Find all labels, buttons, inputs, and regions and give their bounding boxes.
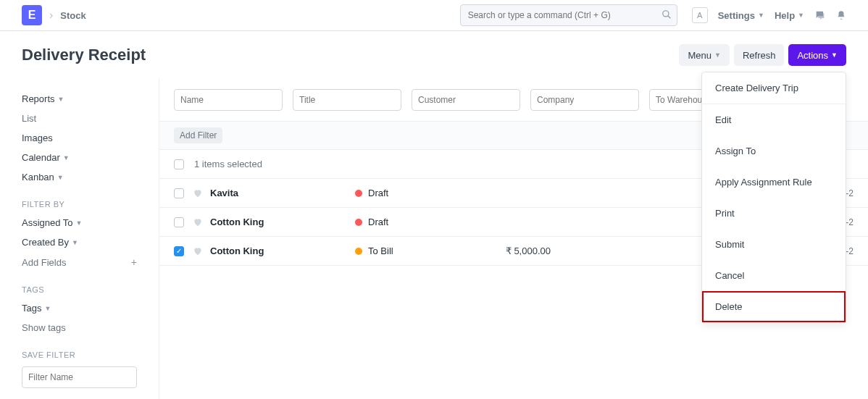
- selection-count: 1 items selected: [194, 159, 262, 169]
- caret-down-icon: ▼: [72, 239, 78, 246]
- actions-dropdown: Create Delivery Trip Edit Assign To Appl…: [701, 72, 846, 323]
- page-title: Delivery Receipt: [22, 46, 146, 64]
- plus-icon: +: [131, 256, 137, 268]
- filter-company[interactable]: [530, 89, 639, 111]
- settings-label: Settings: [718, 10, 755, 21]
- menu-label: Menu: [688, 50, 711, 61]
- refresh-button[interactable]: Refresh: [734, 44, 785, 66]
- action-delete[interactable]: Delete: [702, 291, 846, 322]
- caret-down-icon: ▼: [58, 96, 64, 103]
- sidebar-calendar[interactable]: Calendar▼: [22, 148, 137, 167]
- filter-assigned-to[interactable]: Assigned To▼: [22, 213, 137, 232]
- action-apply-assignment-rule[interactable]: Apply Assignment Rule: [702, 167, 846, 198]
- caret-down-icon: ▼: [57, 174, 64, 181]
- chat-icon[interactable]: [814, 9, 826, 21]
- add-fields[interactable]: Add Fields+: [22, 252, 137, 272]
- sidebar-kanban[interactable]: Kanban▼: [22, 167, 137, 187]
- breadcrumb-module[interactable]: Stock: [60, 10, 85, 21]
- sidebar-list[interactable]: List: [22, 109, 137, 128]
- sidebar-reports[interactable]: Reports▼: [22, 89, 137, 109]
- row-status: Draft: [355, 217, 471, 227]
- row-name: Kavita: [210, 188, 355, 198]
- help-label: Help: [775, 10, 795, 21]
- settings-menu[interactable]: Settings ▼: [718, 10, 764, 21]
- row-checkbox[interactable]: [174, 217, 184, 227]
- filter-name-input[interactable]: [22, 366, 137, 388]
- row-status: To Bill: [355, 245, 471, 256]
- app-logo[interactable]: E: [22, 5, 42, 25]
- sidebar-images[interactable]: Images: [22, 128, 137, 148]
- caret-down-icon: ▼: [758, 12, 764, 19]
- row-checkbox[interactable]: [174, 188, 184, 198]
- action-create-delivery-trip[interactable]: Create Delivery Trip: [702, 72, 846, 104]
- show-tags[interactable]: Show tags: [22, 318, 137, 337]
- tags-heading: TAGS: [22, 285, 137, 294]
- svg-point-0: [662, 11, 668, 17]
- row-name: Cotton King: [210, 245, 355, 256]
- row-status: Draft: [355, 188, 471, 198]
- heart-icon[interactable]: [193, 246, 203, 256]
- caret-down-icon: ▼: [798, 12, 804, 19]
- action-print[interactable]: Print: [702, 198, 846, 229]
- status-dot-icon: [355, 248, 362, 255]
- tags-dropdown[interactable]: Tags▼: [22, 298, 137, 318]
- action-edit[interactable]: Edit: [702, 104, 846, 135]
- row-checkbox[interactable]: ✓: [174, 246, 184, 256]
- save-filter-heading: SAVE FILTER: [22, 350, 137, 359]
- add-filter-button[interactable]: Add Filter: [174, 127, 222, 143]
- filter-title[interactable]: [293, 89, 401, 111]
- action-assign-to[interactable]: Assign To: [702, 135, 846, 167]
- row-amount: ₹ 5,000.00: [471, 245, 551, 256]
- actions-label: Actions: [797, 50, 828, 61]
- svg-line-1: [667, 16, 670, 19]
- bell-icon[interactable]: [836, 10, 846, 20]
- caret-down-icon: ▼: [831, 51, 838, 59]
- status-dot-icon: [355, 219, 362, 226]
- action-cancel[interactable]: Cancel: [702, 260, 846, 291]
- search-icon[interactable]: [662, 9, 672, 20]
- filter-customer[interactable]: [412, 89, 520, 111]
- action-submit[interactable]: Submit: [702, 229, 846, 260]
- actions-button[interactable]: Actions ▼: [788, 44, 846, 66]
- filter-name[interactable]: [174, 89, 283, 111]
- heart-icon[interactable]: [193, 188, 203, 198]
- search-input[interactable]: [460, 4, 677, 26]
- row-name: Cotton King: [210, 217, 355, 227]
- caret-down-icon: ▼: [63, 154, 70, 161]
- menu-button[interactable]: Menu ▼: [679, 44, 729, 66]
- caret-down-icon: ▼: [76, 219, 83, 227]
- heart-icon[interactable]: [193, 217, 203, 227]
- status-dot-icon: [355, 190, 362, 197]
- chevron-right-icon: ›: [49, 9, 53, 22]
- user-avatar[interactable]: A: [692, 7, 708, 23]
- help-menu[interactable]: Help ▼: [775, 10, 804, 21]
- caret-down-icon: ▼: [714, 51, 721, 59]
- select-all-checkbox[interactable]: [174, 159, 184, 169]
- caret-down-icon: ▼: [44, 305, 51, 312]
- filter-by-heading: FILTER BY: [22, 200, 137, 209]
- filter-created-by[interactable]: Created By▼: [22, 232, 137, 252]
